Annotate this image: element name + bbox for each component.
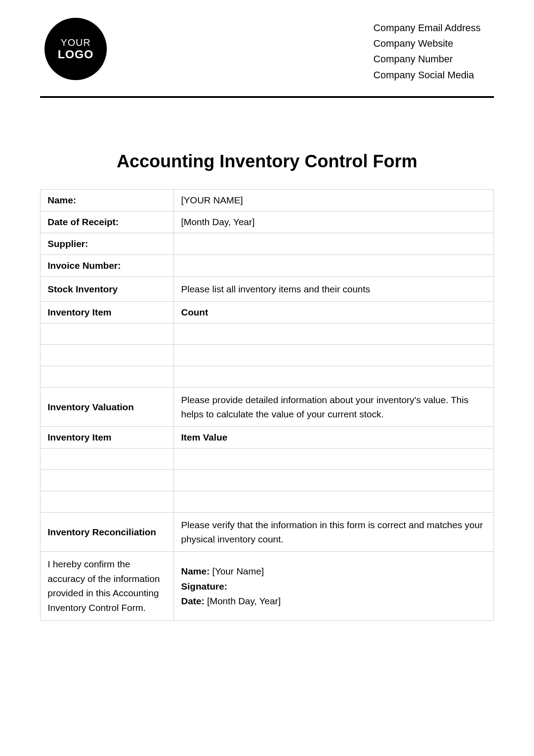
company-website: Company Website	[373, 36, 481, 51]
supplier-value[interactable]	[174, 233, 494, 255]
valuation-item-2[interactable]	[40, 470, 174, 491]
stock-col-item: Inventory Item	[40, 302, 174, 323]
row-reconciliation-header: Inventory Reconciliation Please verify t…	[40, 513, 494, 552]
name-label: Name:	[40, 189, 174, 211]
reconciliation-heading: Inventory Reconciliation	[40, 513, 174, 552]
logo-text-line2: LOGO	[58, 48, 94, 61]
row-name: Name: [YOUR NAME]	[40, 189, 494, 211]
form-table: Name: [YOUR NAME] Date of Receipt: [Mont…	[40, 189, 494, 621]
valuation-row-3	[40, 491, 494, 513]
stock-item-1[interactable]	[40, 323, 174, 345]
reconciliation-instruction: Please verify that the information in th…	[174, 513, 494, 552]
stock-row-3	[40, 366, 494, 388]
invoice-value[interactable]	[174, 255, 494, 276]
supplier-label: Supplier:	[40, 233, 174, 255]
stock-heading: Stock Inventory	[40, 276, 174, 302]
company-social: Company Social Media	[373, 67, 481, 83]
date-label: Date of Receipt:	[40, 211, 174, 233]
sig-name-value[interactable]: [Your Name]	[212, 566, 264, 576]
signature-block: Name: [Your Name] Signature: Date: [Mont…	[174, 552, 494, 621]
row-confirmation: I hereby confirm the accuracy of the inf…	[40, 552, 494, 621]
stock-item-3[interactable]	[40, 366, 174, 388]
row-valuation-header: Inventory Valuation Please provide detai…	[40, 388, 494, 427]
name-value[interactable]: [YOUR NAME]	[174, 189, 494, 211]
row-valuation-columns: Inventory Item Item Value	[40, 427, 494, 449]
date-value[interactable]: [Month Day, Year]	[174, 211, 494, 233]
sig-date-value[interactable]: [Month Day, Year]	[207, 596, 280, 606]
row-invoice: Invoice Number:	[40, 255, 494, 276]
sig-signature-label: Signature:	[181, 581, 227, 591]
valuation-instruction: Please provide detailed information abou…	[174, 388, 494, 427]
sig-name-label: Name:	[181, 566, 210, 576]
stock-count-3[interactable]	[174, 366, 494, 388]
stock-col-count: Count	[174, 302, 494, 323]
row-date: Date of Receipt: [Month Day, Year]	[40, 211, 494, 233]
document-header: YOUR LOGO Company Email Address Company …	[40, 18, 494, 98]
valuation-item-3[interactable]	[40, 491, 174, 513]
form-title: Accounting Inventory Control Form	[40, 151, 494, 171]
stock-item-2[interactable]	[40, 345, 174, 366]
confirmation-text: I hereby confirm the accuracy of the inf…	[40, 552, 174, 621]
stock-instruction: Please list all inventory items and thei…	[174, 276, 494, 302]
stock-row-1	[40, 323, 494, 345]
valuation-heading: Inventory Valuation	[40, 388, 174, 427]
logo-text-line1: YOUR	[61, 37, 91, 49]
valuation-col-value: Item Value	[174, 427, 494, 449]
valuation-row-2	[40, 470, 494, 491]
valuation-value-3[interactable]	[174, 491, 494, 513]
logo-placeholder: YOUR LOGO	[44, 18, 107, 80]
valuation-value-2[interactable]	[174, 470, 494, 491]
company-number: Company Number	[373, 51, 481, 67]
valuation-value-1[interactable]	[174, 449, 494, 470]
invoice-label: Invoice Number:	[40, 255, 174, 276]
company-info-block: Company Email Address Company Website Co…	[373, 18, 494, 83]
stock-count-2[interactable]	[174, 345, 494, 366]
stock-row-2	[40, 345, 494, 366]
row-stock-columns: Inventory Item Count	[40, 302, 494, 323]
valuation-col-item: Inventory Item	[40, 427, 174, 449]
sig-date-label: Date:	[181, 596, 205, 606]
row-supplier: Supplier:	[40, 233, 494, 255]
valuation-item-1[interactable]	[40, 449, 174, 470]
row-stock-header: Stock Inventory Please list all inventor…	[40, 276, 494, 302]
stock-count-1[interactable]	[174, 323, 494, 345]
valuation-row-1	[40, 449, 494, 470]
company-email: Company Email Address	[373, 20, 481, 36]
